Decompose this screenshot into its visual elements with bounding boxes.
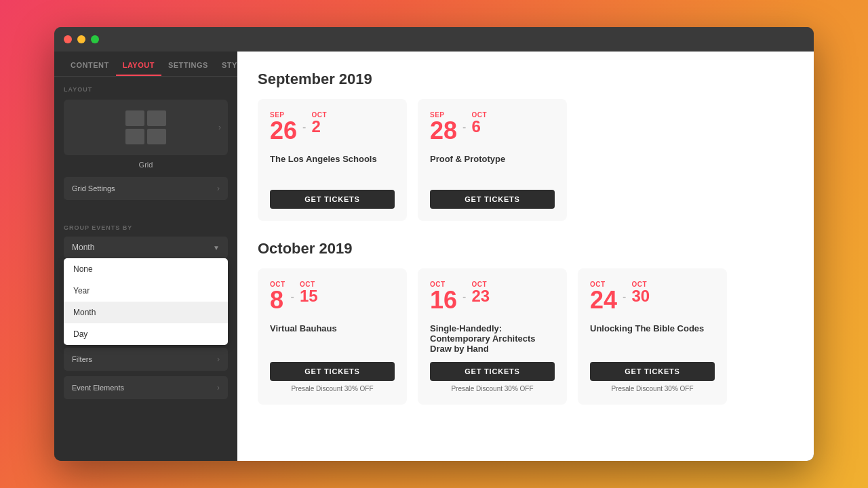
tab-content[interactable]: CONTENT bbox=[64, 52, 116, 76]
grid-cell bbox=[147, 129, 166, 144]
section-title-september: September 2019 bbox=[258, 70, 793, 88]
dropdown-wrapper: Month ▼ None Year Month Day bbox=[64, 237, 228, 258]
get-tickets-button-single[interactable]: GET TICKETS bbox=[430, 362, 555, 381]
tab-layout[interactable]: LAYOUT bbox=[116, 52, 161, 76]
event-card-bible-codes: OCT 24 - OCT 30 Unlocking The Bible Code… bbox=[578, 268, 727, 405]
start-day: 16 bbox=[430, 288, 457, 312]
grid-settings-label: Grid Settings bbox=[72, 184, 115, 192]
start-date-block: SEP 26 bbox=[270, 111, 297, 143]
event-actions-bauhaus: GET TICKETS Presale Discount 30% OFF bbox=[270, 362, 395, 392]
grid-cell bbox=[125, 110, 144, 126]
start-day: 28 bbox=[430, 119, 457, 143]
maximize-dot[interactable] bbox=[91, 35, 99, 43]
start-date-block: OCT 24 bbox=[590, 281, 617, 312]
end-date-block: OCT 6 bbox=[471, 111, 487, 135]
section-title-october: October 2019 bbox=[258, 240, 793, 258]
date-separator: - bbox=[623, 291, 626, 303]
get-tickets-button-bible[interactable]: GET TICKETS bbox=[590, 362, 715, 381]
event-elements-row[interactable]: Event Elements › bbox=[64, 376, 228, 399]
dropdown-arrow-icon: ▼ bbox=[213, 244, 220, 251]
main-content: September 2019 SEP 26 - bbox=[237, 52, 814, 461]
sidebar: CONTENT LAYOUT SETTINGS STYLE LAYOUT › G… bbox=[54, 52, 237, 461]
grid-settings-arrow-icon: › bbox=[217, 184, 220, 193]
dropdown-option-day[interactable]: Day bbox=[64, 323, 228, 345]
end-date-block: OCT 15 bbox=[300, 281, 318, 304]
get-tickets-button-los-angeles[interactable]: GET TICKETS bbox=[270, 190, 395, 209]
date-separator: - bbox=[302, 121, 306, 134]
start-day: 24 bbox=[590, 288, 617, 312]
layout-section: LAYOUT › Grid bbox=[54, 77, 237, 169]
event-actions-single: GET TICKETS Presale Discount 30% OFF bbox=[430, 362, 555, 392]
browser-window: CONTENT LAYOUT SETTINGS STYLE LAYOUT › G… bbox=[54, 27, 814, 461]
event-card-proof-prototype: SEP 28 - OCT 6 Proof & Prototype bbox=[418, 99, 567, 221]
dropdown-selected-value: Month bbox=[72, 243, 94, 252]
section-september-2019: September 2019 SEP 26 - bbox=[258, 70, 793, 221]
filters-label: Filters bbox=[72, 355, 92, 363]
start-day: 26 bbox=[270, 119, 297, 143]
grid-settings-button[interactable]: Grid Settings › bbox=[64, 177, 228, 200]
dropdown-option-none[interactable]: None bbox=[64, 258, 228, 280]
event-dates-los-angeles: SEP 26 - OCT 2 bbox=[270, 111, 395, 143]
event-name-single: Single-Handedly: Contemporary Architects… bbox=[430, 323, 555, 354]
dropdown-menu: None Year Month Day bbox=[64, 258, 228, 345]
end-day: 6 bbox=[471, 119, 480, 135]
presale-text-bible: Presale Discount 30% OFF bbox=[590, 385, 715, 392]
grid-settings-row: Grid Settings › bbox=[54, 177, 237, 215]
grid-cell bbox=[125, 129, 144, 144]
start-day: 8 bbox=[270, 288, 283, 312]
end-day: 15 bbox=[300, 288, 318, 304]
event-elements-label: Event Elements bbox=[72, 384, 124, 392]
presale-text-bauhaus: Presale Discount 30% OFF bbox=[270, 385, 395, 392]
group-by-dropdown[interactable]: Month ▼ bbox=[64, 237, 228, 258]
tab-settings[interactable]: SETTINGS bbox=[161, 52, 215, 76]
event-card-virtual-bauhaus: OCT 8 - OCT 15 Virtual Bauhaus bbox=[258, 268, 407, 405]
event-name-bauhaus: Virtual Bauhaus bbox=[270, 323, 395, 333]
event-name-bible: Unlocking The Bible Codes bbox=[590, 323, 715, 333]
layout-label: Grid bbox=[64, 161, 228, 169]
tab-style[interactable]: STYLE bbox=[215, 52, 237, 76]
event-elements-arrow-icon: › bbox=[217, 383, 220, 392]
event-name-los-angeles: The Los Angeles Schools bbox=[270, 154, 395, 164]
section-october-2019: October 2019 OCT 8 - bbox=[258, 240, 793, 405]
end-date-block: OCT 23 bbox=[471, 281, 490, 304]
date-separator: - bbox=[291, 291, 294, 303]
layout-arrow-icon: › bbox=[218, 123, 221, 132]
grid-icon bbox=[125, 110, 166, 144]
start-date-block: SEP 28 bbox=[430, 111, 457, 143]
sidebar-bottom-rows: Filters › Event Elements › bbox=[54, 338, 237, 414]
end-day: 23 bbox=[471, 288, 490, 304]
window-body: CONTENT LAYOUT SETTINGS STYLE LAYOUT › G… bbox=[54, 52, 814, 461]
filters-row[interactable]: Filters › bbox=[64, 348, 228, 371]
end-day: 30 bbox=[631, 288, 650, 304]
end-date-block: OCT 2 bbox=[311, 111, 327, 135]
event-name-proof: Proof & Prototype bbox=[430, 154, 555, 164]
dropdown-option-month[interactable]: Month bbox=[64, 302, 228, 323]
titlebar bbox=[54, 27, 814, 52]
end-day: 2 bbox=[311, 119, 320, 135]
filters-arrow-icon: › bbox=[217, 354, 220, 364]
group-label: GROUP EVENTS BY bbox=[64, 224, 228, 231]
event-card-los-angeles: SEP 26 - OCT 2 The Los Angeles Schools bbox=[258, 99, 407, 221]
date-separator: - bbox=[462, 291, 466, 303]
event-actions-los-angeles: GET TICKETS bbox=[270, 190, 395, 209]
event-dates-bauhaus: OCT 8 - OCT 15 bbox=[270, 281, 395, 312]
layout-preview[interactable]: › bbox=[64, 100, 228, 155]
dropdown-option-year[interactable]: Year bbox=[64, 280, 228, 302]
close-dot[interactable] bbox=[64, 35, 72, 43]
start-date-block: OCT 8 bbox=[270, 281, 285, 312]
event-actions-proof: GET TICKETS bbox=[430, 190, 555, 209]
event-dates-proof: SEP 28 - OCT 6 bbox=[430, 111, 555, 143]
event-actions-bible: GET TICKETS Presale Discount 30% OFF bbox=[590, 362, 715, 392]
get-tickets-button-bauhaus[interactable]: GET TICKETS bbox=[270, 362, 395, 381]
events-grid-october: OCT 8 - OCT 15 Virtual Bauhaus bbox=[258, 268, 793, 405]
start-date-block: OCT 16 bbox=[430, 281, 457, 312]
layout-section-label: LAYOUT bbox=[64, 86, 228, 93]
events-grid-september: SEP 26 - OCT 2 The Los Angeles Schools bbox=[258, 99, 793, 221]
end-date-block: OCT 30 bbox=[631, 281, 650, 304]
event-card-single-handedly: OCT 16 - OCT 23 Single-Handedly: Contemp… bbox=[418, 268, 567, 405]
group-section: GROUP EVENTS BY Month ▼ None Year Month … bbox=[54, 215, 237, 268]
get-tickets-button-proof[interactable]: GET TICKETS bbox=[430, 190, 555, 209]
minimize-dot[interactable] bbox=[77, 35, 85, 43]
event-dates-single: OCT 16 - OCT 23 bbox=[430, 281, 555, 312]
date-separator: - bbox=[462, 121, 466, 134]
